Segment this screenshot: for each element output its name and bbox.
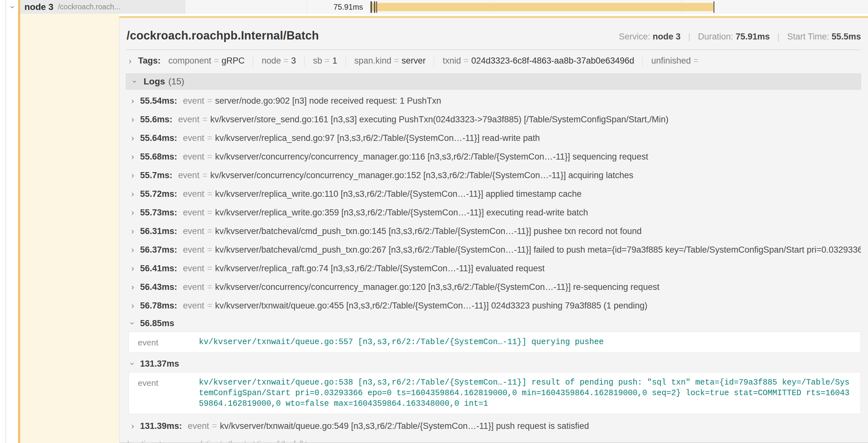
log-tick	[375, 1, 375, 13]
log-row[interactable]: › 55.73ms: event = kv/kvserver/replica_w…	[126, 203, 861, 222]
tag-value: 1	[333, 56, 337, 66]
log-expanded-header[interactable]: › 56.85ms	[126, 315, 861, 332]
tag-value: 3	[291, 56, 296, 66]
log-fields-table: event kv/kvserver/txnwait/queue.go:557 […	[128, 332, 861, 353]
equals-sign: =	[199, 170, 210, 180]
log-field-key: event	[178, 114, 199, 125]
selected-span-name-column	[20, 14, 119, 443]
log-timestamp: 55.73ms:	[140, 208, 177, 218]
log-row[interactable]: › 55.68ms: event = kv/kvserver/concurren…	[126, 147, 861, 166]
equals-sign: =	[204, 133, 215, 143]
logs-count: (15)	[168, 76, 184, 87]
service-color-stripe	[18, 0, 20, 443]
meta-separator: |	[683, 32, 695, 41]
tag-value: server	[402, 56, 426, 66]
chevron-right-icon: ›	[129, 422, 136, 430]
chevron-right-icon: ›	[129, 264, 136, 273]
log-timestamp: 56.37ms:	[140, 245, 177, 255]
chevron-right-icon: ›	[129, 115, 136, 124]
log-field-key: event	[129, 337, 199, 348]
equals-sign: =	[204, 189, 215, 199]
log-field-key: event	[183, 264, 204, 273]
log-row[interactable]: › 56.31ms: event = kv/kvserver/batcheval…	[126, 222, 861, 240]
tag-list: component = gRPC node = 3 sb = 1 span.ki…	[168, 55, 709, 66]
equals-sign: =	[281, 56, 291, 66]
log-row[interactable]: › 56.78ms: event = kv/kvserver/txnwait/q…	[126, 296, 861, 315]
chevron-down-icon: ›	[128, 320, 137, 327]
chevron-down-icon: ›	[128, 360, 137, 367]
equals-sign: =	[391, 56, 402, 66]
duration-value: 75.91ms	[736, 32, 770, 41]
log-message: kv/kvserver/replica_write.go:359 [n3,s3,…	[215, 208, 588, 218]
log-timestamp: 131.39ms:	[140, 421, 182, 431]
log-field-key: event	[129, 377, 199, 409]
tag-key: node	[261, 56, 281, 66]
tag-key: component	[168, 56, 211, 66]
span-service-name: node 3	[24, 2, 53, 12]
log-timestamp: 56.31ms:	[140, 226, 177, 236]
equals-sign: =	[199, 114, 210, 125]
log-row[interactable]: › 131.39ms: event = kv/kvserver/txnwait/…	[126, 417, 861, 435]
tag-key: unfinished	[651, 56, 691, 66]
span-duration-bar[interactable]	[370, 3, 714, 11]
log-row[interactable]: › 56.43ms: event = kv/kvserver/concurren…	[126, 278, 861, 296]
tag-item: span.kind = server	[346, 55, 434, 66]
log-expanded-header[interactable]: › 131.37ms	[126, 355, 861, 372]
log-timestamp: 55.6ms:	[140, 114, 173, 125]
equals-sign: =	[204, 208, 215, 218]
equals-sign: =	[204, 152, 215, 162]
log-list: › 55.54ms: event = server/node.go:902 [n…	[126, 90, 861, 435]
span-detail-header: /cockroach.roachpb.Internal/Batch Servic…	[126, 18, 861, 50]
tag-item: sb = 1	[304, 55, 345, 66]
log-row[interactable]: › 55.6ms: event = kv/kvserver/store_send…	[126, 110, 861, 129]
equals-sign: =	[204, 245, 215, 255]
start-time-label: Start Time:	[787, 32, 829, 41]
log-row[interactable]: › 55.54ms: event = server/node.go:902 [n…	[126, 92, 861, 110]
chevron-right-icon: ›	[129, 301, 136, 310]
log-timestamp: 56.85ms	[140, 318, 175, 329]
trace-detail-page: › node 3 /cockroach.roach... 75.91ms /co…	[0, 0, 868, 443]
span-meta: Service: node 3 | Duration: 75.91ms | St…	[619, 32, 861, 42]
span-detail-panel: /cockroach.roachpb.Internal/Batch Servic…	[119, 16, 868, 443]
log-timestamp: 56.41ms:	[140, 264, 177, 273]
log-field-key: event	[183, 189, 204, 199]
log-field-key: event	[183, 152, 204, 162]
service-value: node 3	[653, 32, 681, 41]
log-field-value[interactable]: kv/kvserver/txnwait/queue.go:538 [n3,s3,…	[199, 377, 851, 409]
log-tick	[714, 1, 714, 13]
log-timestamp: 55.68ms:	[140, 152, 177, 162]
log-message: kv/kvserver/txnwait/queue.go:549 [n3,s3,…	[220, 421, 589, 431]
log-field-key: event	[183, 245, 204, 255]
log-field-key: event	[183, 96, 204, 106]
log-tick	[371, 1, 372, 13]
log-field-value[interactable]: kv/kvserver/txnwait/queue.go:557 [n3,s3,…	[199, 337, 851, 348]
equals-sign: =	[691, 56, 701, 66]
chevron-right-icon: ›	[129, 246, 136, 254]
chevron-right-icon: ›	[127, 57, 134, 65]
logs-title: Logs	[144, 76, 165, 87]
tag-item: unfinished =	[643, 55, 709, 66]
log-fields-table: event kv/kvserver/txnwait/queue.go:538 […	[128, 372, 861, 414]
log-row-expanded: › 131.37ms event kv/kvserver/txnwait/que…	[126, 355, 861, 414]
log-field-key: event	[188, 421, 209, 431]
log-row[interactable]: › 56.37ms: event = kv/kvserver/batcheval…	[126, 240, 861, 259]
tags-accordion[interactable]: › Tags: component = gRPC node = 3 sb = 1…	[126, 50, 861, 71]
span-name-tab[interactable]: node 3 /cockroach.roach...	[20, 0, 185, 14]
log-row[interactable]: › 55.7ms: event = kv/kvserver/concurrenc…	[126, 166, 861, 184]
log-row[interactable]: › 55.64ms: event = kv/kvserver/replica_s…	[126, 129, 861, 147]
log-row[interactable]: › 55.72ms: event = kv/kvserver/replica_w…	[126, 184, 861, 203]
log-field-key: event	[183, 208, 204, 218]
log-timestamp: 55.7ms:	[140, 170, 173, 180]
collapse-span-chevron-icon[interactable]: ›	[4, 3, 17, 10]
equals-sign: =	[204, 226, 215, 236]
chevron-right-icon: ›	[129, 134, 136, 142]
log-row[interactable]: › 56.41ms: event = kv/kvserver/replica_r…	[126, 259, 861, 278]
log-message: kv/kvserver/store_send.go:161 [n3,s3] ex…	[210, 114, 669, 125]
equals-sign: =	[204, 264, 215, 273]
chevron-right-icon: ›	[129, 171, 136, 179]
log-row-expanded: › 56.85ms event kv/kvserver/txnwait/queu…	[126, 315, 861, 353]
log-timestamp: 131.37ms	[140, 359, 179, 369]
logs-accordion-header[interactable]: › Logs (15)	[126, 73, 861, 90]
log-timestamp: 56.43ms:	[140, 282, 177, 292]
logs-footer-note: Log timestamps are relative to the start…	[126, 435, 861, 443]
